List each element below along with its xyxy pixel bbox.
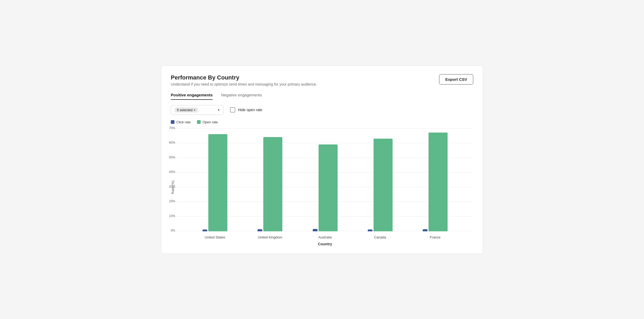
bar-group xyxy=(187,134,242,231)
open-rate-bar xyxy=(208,134,227,231)
bar-group xyxy=(353,139,408,231)
click-rate-bar xyxy=(313,229,318,231)
bars-container xyxy=(177,128,473,231)
legend-open-rate: Open rate xyxy=(197,120,218,124)
controls-row: 5 selected × ▾ Hide open rate xyxy=(171,105,473,115)
title-section: Performance By Country Understand if you… xyxy=(171,74,317,86)
tab-negative-engagements[interactable]: Negative engagements xyxy=(221,93,262,100)
y-tick-label: 20% xyxy=(164,199,175,203)
chart-area: Rate (%) 70%60%50%40%30%20%10%0% United … xyxy=(171,128,473,246)
open-rate-bar xyxy=(263,137,282,231)
chart-inner: 70%60%50%40%30%20%10%0% United StatesUni… xyxy=(177,128,473,246)
x-axis-country-label: France xyxy=(408,235,463,239)
x-axis-country-label: Canada xyxy=(353,235,408,239)
export-csv-button[interactable]: Export CSV xyxy=(439,74,473,85)
click-rate-bar xyxy=(257,229,262,231)
y-tick-label: 0% xyxy=(164,229,175,232)
y-tick-label: 50% xyxy=(164,156,175,159)
y-tick-label: 30% xyxy=(164,185,175,189)
click-rate-color-dot xyxy=(171,120,174,124)
bar-group xyxy=(408,133,463,231)
y-tick-label: 10% xyxy=(164,214,175,218)
open-rate-bar xyxy=(429,133,448,231)
chevron-down-icon: ▾ xyxy=(218,108,220,112)
x-axis-title: Country xyxy=(177,242,473,246)
bar-group xyxy=(297,144,352,231)
performance-by-country-card: Performance By Country Understand if you… xyxy=(161,65,483,254)
open-rate-bar xyxy=(374,139,393,231)
legend-click-rate-label: Click rate xyxy=(176,120,191,124)
engagement-tabs: Positive engagements Negative engagement… xyxy=(171,93,473,100)
y-tick-label: 60% xyxy=(164,141,175,144)
tab-positive-engagements[interactable]: Positive engagements xyxy=(171,93,213,100)
card-subtitle: Understand if you need to optimize send … xyxy=(171,82,317,86)
click-rate-bar xyxy=(368,229,372,231)
open-rate-color-dot xyxy=(197,120,201,124)
selected-count-label: 5 selected xyxy=(177,108,192,112)
bar-group xyxy=(242,137,297,231)
x-axis-country-label: United States xyxy=(187,235,242,239)
chart-legend: Click rate Open rate xyxy=(171,120,473,124)
hide-open-rate-control[interactable]: Hide open rate xyxy=(230,107,262,112)
country-dropdown[interactable]: 5 selected × ▾ xyxy=(171,105,224,115)
click-rate-bar xyxy=(203,229,207,231)
chart-plot: 70%60%50%40%30%20%10%0% United StatesUni… xyxy=(177,128,473,239)
y-tick-label: 70% xyxy=(164,126,175,130)
x-axis-row: United StatesUnited KingdomAustraliaCana… xyxy=(177,235,473,239)
x-axis-country-label: United Kingdom xyxy=(242,235,297,239)
card-header: Performance By Country Understand if you… xyxy=(171,74,473,86)
card-title: Performance By Country xyxy=(171,74,317,81)
legend-open-rate-label: Open rate xyxy=(203,120,218,124)
clear-selection-icon[interactable]: × xyxy=(194,108,196,112)
selected-tag: 5 selected × xyxy=(175,107,198,112)
open-rate-bar xyxy=(319,144,338,231)
legend-click-rate: Click rate xyxy=(171,120,191,124)
x-axis-country-label: Australia xyxy=(297,235,352,239)
click-rate-bar xyxy=(423,229,427,231)
y-tick-label: 40% xyxy=(164,170,175,174)
hide-open-rate-checkbox[interactable] xyxy=(230,107,235,112)
hide-open-rate-label: Hide open rate xyxy=(238,108,262,112)
